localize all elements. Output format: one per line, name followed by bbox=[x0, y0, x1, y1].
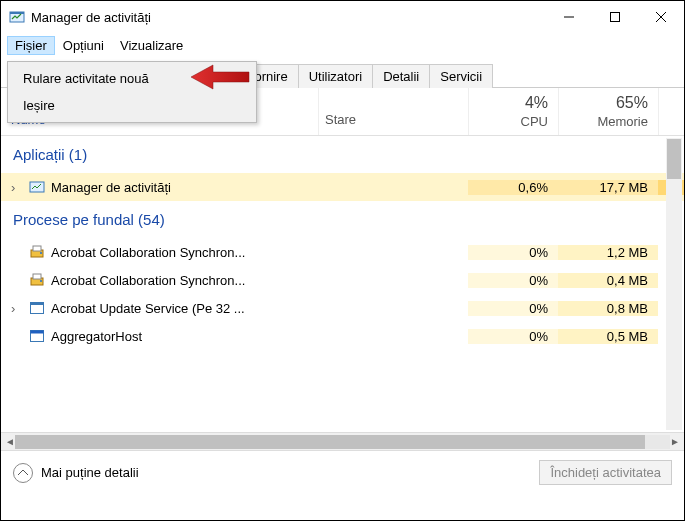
cell-name: Acrobat Collaboration Synchron... bbox=[1, 272, 318, 288]
column-status-label: Stare bbox=[325, 112, 356, 127]
window-blank-icon bbox=[29, 300, 45, 316]
column-memory[interactable]: 65% Memorie bbox=[558, 88, 658, 135]
end-task-button[interactable]: Închideți activitatea bbox=[539, 460, 672, 485]
group-apps[interactable]: Aplicații (1) bbox=[1, 136, 684, 173]
svg-rect-9 bbox=[33, 246, 41, 251]
vertical-scrollbar[interactable] bbox=[666, 138, 682, 430]
task-manager-icon bbox=[29, 179, 45, 195]
column-status[interactable]: Stare bbox=[318, 88, 468, 135]
cell-cpu: 0,6% bbox=[468, 180, 558, 195]
window-blue-icon bbox=[29, 328, 45, 344]
menu-options[interactable]: Opțiuni bbox=[55, 36, 112, 55]
horizontal-scrollbar[interactable]: ◄ ► bbox=[1, 432, 684, 450]
svg-rect-15 bbox=[31, 303, 44, 306]
table-row[interactable]: Acrobat Collaboration Synchron... 0% 0,4… bbox=[1, 266, 684, 294]
hscroll-thumb[interactable] bbox=[15, 435, 645, 449]
svg-point-13 bbox=[40, 280, 42, 282]
process-name: Acrobat Collaboration Synchron... bbox=[51, 245, 245, 260]
annotation-arrow-icon bbox=[191, 63, 251, 91]
scroll-left-icon[interactable]: ◄ bbox=[5, 436, 15, 447]
scroll-right-icon[interactable]: ► bbox=[670, 436, 680, 447]
menu-view[interactable]: Vizualizare bbox=[112, 36, 191, 55]
group-background[interactable]: Procese pe fundal (54) bbox=[1, 201, 684, 238]
cell-name: › Manager de activități bbox=[1, 179, 318, 195]
tab-details[interactable]: Detalii bbox=[372, 64, 430, 88]
svg-marker-6 bbox=[191, 65, 249, 89]
table-row[interactable]: Acrobat Collaboration Synchron... 0% 1,2… bbox=[1, 238, 684, 266]
svg-rect-12 bbox=[33, 274, 41, 279]
cell-name: Acrobat Collaboration Synchron... bbox=[1, 244, 318, 260]
process-name: AggregatorHost bbox=[51, 329, 142, 344]
cell-cpu: 0% bbox=[468, 245, 558, 260]
cell-cpu: 0% bbox=[468, 301, 558, 316]
close-button[interactable] bbox=[638, 1, 684, 33]
table-row[interactable]: › Manager de activități 0,6% 17,7 MB 0 bbox=[1, 173, 684, 201]
footer: Mai puține detalii Închideți activitatea bbox=[1, 450, 684, 494]
column-edge bbox=[658, 88, 684, 135]
expand-toggle[interactable]: › bbox=[11, 301, 23, 316]
minimize-button[interactable] bbox=[546, 1, 592, 33]
menu-file[interactable]: Fișier bbox=[7, 36, 55, 55]
fewer-details-label: Mai puține detalii bbox=[41, 465, 139, 480]
titlebar: Manager de activități bbox=[1, 1, 684, 33]
tab-users[interactable]: Utilizatori bbox=[298, 64, 373, 88]
menubar: Fișier Opțiuni Vizualizare bbox=[1, 33, 684, 57]
maximize-button[interactable] bbox=[592, 1, 638, 33]
cell-memory: 0,5 MB bbox=[558, 329, 658, 344]
expand-toggle[interactable]: › bbox=[11, 180, 23, 195]
task-manager-icon bbox=[9, 9, 25, 25]
process-list: Aplicații (1) › Manager de activități 0,… bbox=[1, 136, 684, 432]
process-name: Acrobat Update Service (Pe 32 ... bbox=[51, 301, 245, 316]
fewer-details-button[interactable]: Mai puține detalii bbox=[13, 463, 139, 483]
cell-memory: 0,4 MB bbox=[558, 273, 658, 288]
cell-cpu: 0% bbox=[468, 329, 558, 344]
process-name: Acrobat Collaboration Synchron... bbox=[51, 273, 245, 288]
printer-icon bbox=[29, 272, 45, 288]
printer-icon bbox=[29, 244, 45, 260]
cell-cpu: 0% bbox=[468, 273, 558, 288]
svg-rect-7 bbox=[30, 182, 44, 192]
cell-memory: 17,7 MB bbox=[558, 180, 658, 195]
tab-services[interactable]: Servicii bbox=[429, 64, 493, 88]
memory-percent: 65% bbox=[616, 94, 648, 112]
cell-memory: 0,8 MB bbox=[558, 301, 658, 316]
window-controls bbox=[546, 1, 684, 33]
window-title: Manager de activități bbox=[31, 10, 546, 25]
table-row[interactable]: AggregatorHost 0% 0,5 MB bbox=[1, 322, 684, 350]
svg-rect-1 bbox=[10, 12, 24, 14]
process-name: Manager de activități bbox=[51, 180, 171, 195]
svg-rect-17 bbox=[31, 331, 44, 334]
hscroll-track[interactable] bbox=[15, 435, 670, 449]
column-cpu[interactable]: 4% CPU bbox=[468, 88, 558, 135]
scrollbar-thumb[interactable] bbox=[667, 139, 681, 179]
table-row[interactable]: › Acrobat Update Service (Pe 32 ... 0% 0… bbox=[1, 294, 684, 322]
menu-item-exit[interactable]: Ieșire bbox=[11, 92, 253, 119]
svg-rect-3 bbox=[611, 13, 620, 22]
cell-name: › Acrobat Update Service (Pe 32 ... bbox=[1, 300, 318, 316]
cpu-label: CPU bbox=[521, 114, 548, 129]
cpu-percent: 4% bbox=[525, 94, 548, 112]
memory-label: Memorie bbox=[597, 114, 648, 129]
chevron-up-icon bbox=[13, 463, 33, 483]
svg-point-10 bbox=[40, 252, 42, 254]
cell-memory: 1,2 MB bbox=[558, 245, 658, 260]
cell-name: AggregatorHost bbox=[1, 328, 318, 344]
